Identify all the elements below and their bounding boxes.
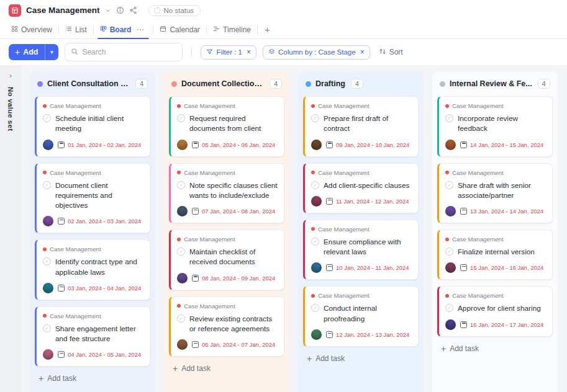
- assignee-avatar[interactable]: [43, 349, 53, 360]
- assignee-avatar[interactable]: [311, 262, 322, 273]
- column-header[interactable]: Internal Review & Fe... 4: [437, 78, 553, 90]
- task-title[interactable]: Finalize internal version: [458, 247, 535, 257]
- task-check-icon[interactable]: [445, 181, 453, 189]
- status-pill[interactable]: No status: [148, 5, 201, 16]
- task-title[interactable]: Schedule initial client meeting: [55, 114, 145, 134]
- assignee-avatar[interactable]: [445, 319, 456, 330]
- share-icon[interactable]: [129, 6, 137, 14]
- remove-filter-icon[interactable]: ×: [247, 48, 251, 56]
- add-task-button[interactable]: +Add task: [303, 353, 419, 364]
- task-check-icon[interactable]: [43, 324, 51, 332]
- info-icon[interactable]: [116, 6, 124, 14]
- task-title[interactable]: Conduct internal proofreading: [324, 303, 413, 324]
- tab-overview[interactable]: Overview: [6, 20, 57, 38]
- add-task-button[interactable]: +Add task: [169, 363, 284, 374]
- task-title[interactable]: Ensure compliance with relevant laws: [324, 237, 413, 257]
- task-check-icon[interactable]: [445, 114, 453, 122]
- assignee-avatar[interactable]: [311, 196, 322, 207]
- task-card[interactable]: Case Management Identify contract type a…: [35, 239, 150, 300]
- task-card[interactable]: Case Management Note specific clauses cl…: [169, 163, 284, 224]
- assignee-avatar[interactable]: [445, 262, 456, 273]
- sort-button[interactable]: Sort: [379, 48, 403, 57]
- tab-board[interactable]: Board ⋯: [95, 20, 152, 38]
- filter-pill[interactable]: Filter : 1 ×: [201, 45, 256, 60]
- task-card[interactable]: Case Management Approve for client shari…: [437, 286, 553, 336]
- assignee-avatar[interactable]: [177, 140, 188, 150]
- task-card[interactable]: Case Management Maintain checklist of re…: [169, 229, 284, 290]
- add-button[interactable]: + Add ▼: [9, 44, 58, 60]
- tab-options-icon[interactable]: ⋯: [134, 25, 147, 34]
- tab-timeline[interactable]: Timeline: [208, 20, 256, 38]
- task-title[interactable]: Share draft with senior associate/partne…: [458, 180, 547, 201]
- task-check-icon[interactable]: [445, 304, 453, 312]
- task-check-icon[interactable]: [177, 114, 185, 122]
- task-check-icon[interactable]: [445, 247, 453, 256]
- task-title[interactable]: Share engagement letter and fee structur…: [55, 324, 145, 344]
- task-check-icon[interactable]: [311, 238, 319, 246]
- list-color-dot: [311, 294, 315, 298]
- assignee-avatar[interactable]: [43, 140, 53, 150]
- assignee-avatar[interactable]: [445, 140, 456, 150]
- add-dropdown-caret-icon[interactable]: ▼: [45, 44, 59, 60]
- task-check-icon[interactable]: [177, 247, 185, 256]
- task-title[interactable]: Approve for client sharing: [458, 303, 541, 313]
- task-card[interactable]: Case Management Conduct internal proofre…: [303, 286, 419, 347]
- task-title[interactable]: Add client-specific clauses: [324, 180, 409, 190]
- assignee-avatar[interactable]: [445, 206, 456, 216]
- task-check-icon[interactable]: [177, 181, 185, 189]
- task-title[interactable]: Prepare first draft of contract: [324, 114, 413, 134]
- task-card[interactable]: Case Management Ensure compliance with r…: [303, 220, 419, 280]
- expand-chevron-icon[interactable]: ›: [9, 71, 12, 79]
- task-card[interactable]: Case Management Incorporate review feedb…: [437, 96, 553, 157]
- assignee-avatar[interactable]: [177, 339, 188, 350]
- task-card[interactable]: Case Management Share engagement letter …: [35, 306, 150, 367]
- task-title[interactable]: Identify contract type and applicable la…: [55, 257, 145, 277]
- list-color-dot: [445, 294, 449, 298]
- list-app-icon: [9, 4, 21, 17]
- column-header[interactable]: Client Consultation &... 4: [35, 78, 150, 90]
- task-check-icon[interactable]: [311, 304, 319, 312]
- task-title[interactable]: Incorporate review feedback: [458, 114, 547, 134]
- task-check-icon[interactable]: [43, 257, 51, 265]
- task-title[interactable]: Note specific clauses client wants to in…: [189, 180, 279, 201]
- search-input[interactable]: [82, 48, 176, 56]
- task-check-icon[interactable]: [43, 181, 51, 189]
- task-title[interactable]: Maintain checklist of received documents: [189, 247, 279, 267]
- task-title[interactable]: Request required documents from client: [189, 114, 279, 134]
- task-card[interactable]: Case Management Prepare first draft of c…: [303, 96, 419, 157]
- assignee-avatar[interactable]: [311, 329, 322, 340]
- task-title[interactable]: Document client requirements and objecti…: [55, 180, 145, 211]
- task-card[interactable]: Case Management Share draft with senior …: [437, 163, 553, 224]
- task-check-icon[interactable]: [311, 181, 319, 189]
- collapsed-group-rail[interactable]: › No value set: [0, 65, 21, 392]
- card-list-row: Case Management: [177, 169, 279, 176]
- chevron-down-icon[interactable]: [105, 7, 111, 14]
- add-task-button[interactable]: +Add task: [437, 343, 553, 354]
- calendar-icon: [460, 208, 467, 215]
- task-card[interactable]: Case Management Finalize internal versio…: [437, 229, 553, 280]
- tab-calendar[interactable]: Calendar: [155, 20, 205, 38]
- task-card[interactable]: Case Management Document client requirem…: [35, 163, 150, 234]
- search-box[interactable]: [65, 43, 183, 61]
- add-task-button[interactable]: +Add task: [35, 373, 150, 384]
- task-card[interactable]: Case Management Review existing contract…: [169, 296, 284, 357]
- assignee-avatar[interactable]: [311, 140, 322, 150]
- task-card[interactable]: Case Management Schedule initial client …: [35, 96, 150, 157]
- task-title[interactable]: Review existing contracts or reference a…: [189, 314, 279, 334]
- task-check-icon[interactable]: [43, 114, 51, 122]
- task-card[interactable]: Case Management Request required documen…: [169, 96, 284, 157]
- assignee-avatar[interactable]: [177, 206, 188, 216]
- column-header[interactable]: Drafting 4: [303, 78, 419, 90]
- task-check-icon[interactable]: [177, 314, 185, 323]
- assignee-avatar[interactable]: [43, 283, 53, 293]
- column-by-pill[interactable]: Column by : Case Stage ×: [263, 45, 370, 60]
- task-check-icon[interactable]: [311, 114, 319, 122]
- tab-list[interactable]: List: [60, 20, 92, 38]
- task-card[interactable]: Case Management Add client-specific clau…: [303, 163, 419, 213]
- assignee-avatar[interactable]: [177, 273, 188, 283]
- assignee-avatar[interactable]: [43, 216, 53, 226]
- remove-column-by-icon[interactable]: ×: [360, 48, 365, 56]
- column-header[interactable]: Document Collection... 4: [169, 78, 284, 90]
- add-view-icon[interactable]: +: [259, 24, 276, 35]
- timeline-icon: [213, 25, 220, 34]
